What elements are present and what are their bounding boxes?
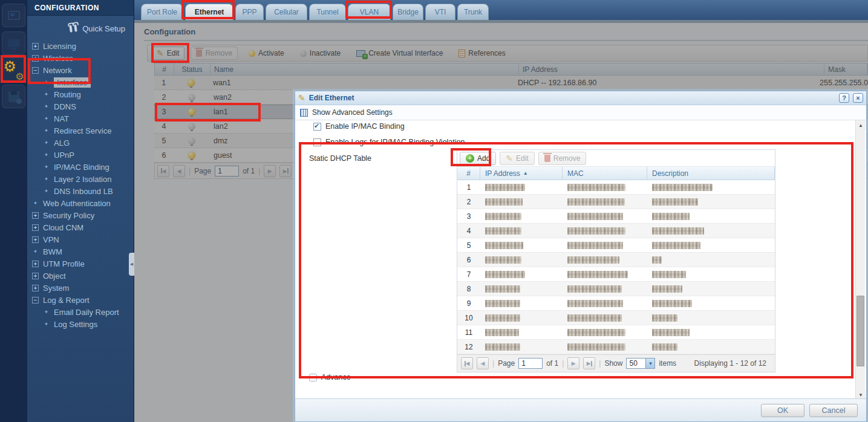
bullet-icon: ✦ <box>43 176 50 182</box>
sidebar-item-licensing[interactable]: +Licensing <box>27 40 134 52</box>
sidebar-item-redirect-service[interactable]: ✦Redirect Service <box>27 125 134 137</box>
sidebar-item-system[interactable]: +System <box>27 282 134 294</box>
quick-setup-link[interactable]: Quick Setup <box>27 21 134 36</box>
expand-plus-icon[interactable]: + <box>32 43 39 50</box>
enable-logs-for-ip-mac-binding-violation-checkbox[interactable] <box>313 138 321 146</box>
sidebar-item-log-report[interactable]: −Log & Report <box>27 294 134 306</box>
redacted-mac <box>567 285 622 293</box>
cancel-button[interactable]: Cancel <box>809 404 858 417</box>
sidebar-item-routing[interactable]: ✦Routing <box>27 88 134 100</box>
dhcp-table-row[interactable]: 8 <box>457 282 775 296</box>
dhcp-table-row[interactable]: 4 <box>457 224 775 238</box>
sidebar-item-upnp[interactable]: ✦UPnP <box>27 149 134 161</box>
show-advanced-settings-toggle[interactable]: Show Advanced Settings <box>295 105 866 120</box>
dhcp-column-header-ip-address[interactable]: IP Address▲ <box>480 167 563 180</box>
dhcp-prev-page-button[interactable]: ◀ <box>477 357 489 369</box>
sidebar-item-dns-inbound-lb[interactable]: ✦DNS Inbound LB <box>27 185 134 197</box>
page-size-select[interactable]: 50 ▼ <box>626 358 655 369</box>
sidebar-collapse-handle[interactable]: ◀ <box>129 253 134 276</box>
expand-plus-icon[interactable]: + <box>32 236 39 243</box>
scroll-up-icon[interactable]: ▲ <box>856 120 866 130</box>
sidebar-item-wireless[interactable]: +Wireless <box>27 52 134 64</box>
expand-plus-icon[interactable]: + <box>32 55 39 62</box>
sidebar-item-ip-mac-binding[interactable]: ✦IP/MAC Binding <box>27 161 134 173</box>
expand-plus-icon[interactable]: + <box>32 224 39 231</box>
tab-trunk[interactable]: Trunk <box>457 4 489 20</box>
tab-tunnel[interactable]: Tunnel <box>309 4 346 20</box>
collapse-minus-icon[interactable]: − <box>32 67 39 74</box>
dashboard-icon[interactable] <box>2 4 25 27</box>
sidebar-item-nat[interactable]: ✦NAT <box>27 112 134 125</box>
maintenance-icon[interactable] <box>2 85 25 108</box>
redacted-mac-cell <box>563 195 647 209</box>
chevron-down-icon: ▼ <box>645 359 654 368</box>
sidebar-item-ddns[interactable]: ✦DDNS <box>27 100 134 112</box>
dhcp-table-row[interactable]: 6 <box>457 253 775 267</box>
tab-ppp[interactable]: PPP <box>235 4 264 20</box>
redacted-description-cell <box>647 209 775 223</box>
dhcp-add-button[interactable]: +Add <box>460 152 496 165</box>
tab-bridge[interactable]: Bridge <box>393 4 423 20</box>
help-button[interactable]: ? <box>839 93 849 103</box>
redacted-ip <box>485 213 521 220</box>
sidebar-item-vpn[interactable]: +VPN <box>27 233 134 245</box>
sidebar-item-web-authentication[interactable]: ✦Web Authentication <box>27 197 134 209</box>
sidebar-item-label: Routing <box>54 90 81 99</box>
dhcp-table-row[interactable]: 3 <box>457 209 775 224</box>
tab-port-role[interactable]: Port Role <box>141 4 183 20</box>
sidebar-item-layer-2-isolation[interactable]: ✦Layer 2 Isolation <box>27 173 134 185</box>
sidebar-item-bwm[interactable]: ✦BWM <box>27 245 134 258</box>
dhcp-column-header-description[interactable]: Description <box>647 167 775 180</box>
dhcp-column-header-[interactable]: # <box>457 167 480 180</box>
ok-button[interactable]: OK <box>761 404 804 417</box>
sidebar-item-security-policy[interactable]: +Security Policy <box>27 209 134 221</box>
redacted-ip <box>485 198 523 206</box>
configuration-gear-icon[interactable]: ⚙⚙ <box>2 57 25 81</box>
expand-plus-icon[interactable]: + <box>32 285 39 291</box>
row-number: 5 <box>457 238 480 252</box>
redacted-mac-cell <box>563 267 647 281</box>
button-label: Add <box>477 154 490 163</box>
advance-checkbox[interactable] <box>309 374 317 381</box>
expand-plus-icon[interactable]: + <box>32 273 39 279</box>
collapse-minus-icon[interactable]: − <box>32 297 39 304</box>
sidebar-item-network[interactable]: −Network <box>27 64 134 76</box>
dialog-titlebar[interactable]: Edit Ethernet ? × <box>295 91 866 105</box>
monitoring-icon[interactable] <box>2 31 25 55</box>
tab-vti[interactable]: VTI <box>425 4 455 20</box>
monitor-glyph <box>8 39 20 47</box>
dhcp-table-row[interactable]: 1 <box>457 180 775 195</box>
close-icon[interactable]: × <box>853 93 863 103</box>
dhcp-column-header-mac[interactable]: MAC <box>563 167 647 180</box>
dialog-scrollbar[interactable]: ▲ ▼ <box>855 120 865 400</box>
tab-ethernet[interactable]: Ethernet <box>185 4 233 20</box>
advance-toggle[interactable]: Advance <box>309 373 351 381</box>
dhcp-table-row[interactable]: 12 <box>457 340 775 354</box>
expand-plus-icon[interactable]: + <box>32 261 39 267</box>
tab-vlan[interactable]: VLAN <box>348 4 391 20</box>
bullet-icon: ✦ <box>43 103 50 109</box>
expand-plus-icon[interactable]: + <box>32 212 39 219</box>
sidebar-item-utm-profile[interactable]: +UTM Profile <box>27 258 134 270</box>
enable-ip-mac-binding-checkbox[interactable] <box>313 123 321 131</box>
sidebar-item-object[interactable]: +Object <box>27 270 134 282</box>
dhcp-last-page-button[interactable]: ▶ <box>583 357 595 369</box>
bullet-icon: ✦ <box>43 321 50 327</box>
dhcp-first-page-button[interactable]: ◀ <box>461 357 473 369</box>
dhcp-table-row[interactable]: 9 <box>457 296 775 311</box>
tab-cellular[interactable]: Cellular <box>266 4 307 20</box>
sidebar-item-log-settings[interactable]: ✦Log Settings <box>27 318 134 330</box>
redacted-mac-cell <box>563 311 647 325</box>
dhcp-page-input[interactable] <box>518 358 543 369</box>
dhcp-table-row[interactable]: 7 <box>457 267 775 282</box>
sidebar-item-cloud-cnm[interactable]: +Cloud CNM <box>27 221 134 233</box>
dhcp-table-row[interactable]: 10 <box>457 311 775 325</box>
dhcp-next-page-button[interactable]: ▶ <box>567 357 579 369</box>
sidebar-item-email-daily-report[interactable]: ✦Email Daily Report <box>27 306 134 318</box>
dhcp-table-row[interactable]: 11 <box>457 325 775 340</box>
dhcp-table-row[interactable]: 5 <box>457 238 775 253</box>
sidebar-item-alg[interactable]: ✦ALG <box>27 137 134 149</box>
dhcp-table-row[interactable]: 2 <box>457 195 775 209</box>
scrollbar-thumb[interactable] <box>857 296 864 366</box>
sidebar-item-interface[interactable]: ✦Interface <box>27 76 134 88</box>
